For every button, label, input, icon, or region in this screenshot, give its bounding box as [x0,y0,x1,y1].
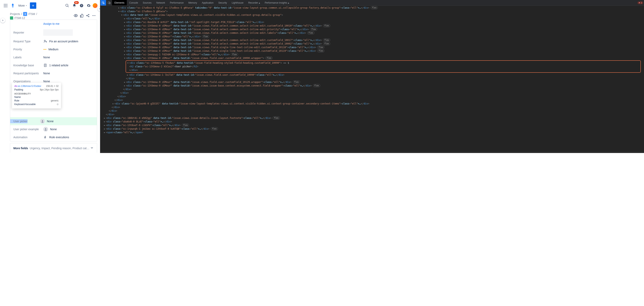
svg-point-15 [88,16,89,17]
watch-icon[interactable] [74,13,78,18]
assign-to-me-link[interactable]: Assign to me [43,22,60,25]
notifications-icon[interactable]: 9+ [71,3,78,9]
devtools-tabs: ElementsConsoleSourcesNetworkPerformance… [112,0,292,6]
svg-point-9 [66,4,68,7]
field-user-picker-example: User picker example None [10,125,97,133]
more-label: More [18,4,25,7]
more-actions-icon[interactable] [92,14,96,18]
devtools-pane: ElementsConsoleSourcesNetworkPerformance… [100,0,644,153]
issue-type-icon [10,16,13,20]
svg-point-22 [45,128,46,129]
field-priority: Priority Medium [10,45,97,53]
breadcrumb: Projects / ✦ ITSM / ITSM-12 [10,12,74,20]
devtools-tab-sources[interactable]: Sources [140,0,154,6]
device-toolbar-icon[interactable] [106,0,112,6]
svg-rect-4 [5,5,6,6]
devtools-toolbar: ElementsConsoleSourcesNetworkPerformance… [100,0,644,6]
breadcrumb-issue-key[interactable]: ITSM-12 [14,16,25,20]
empty-avatar-icon [43,127,48,132]
like-icon[interactable] [80,14,84,18]
field-labels: Labels None [10,53,97,61]
jira-logo-icon[interactable] [10,3,16,9]
issue-actions [74,13,96,18]
svg-point-19 [44,40,46,41]
more-fields-section[interactable]: More fields Urgency, Impact, Pending rea… [10,143,97,152]
field-request-type: Request Type Fix an account problem [10,37,97,45]
svg-rect-8 [6,7,7,7]
priority-medium-icon [43,49,46,50]
svg-point-13 [86,15,87,16]
svg-rect-2 [6,4,7,5]
svg-rect-5 [6,5,7,6]
not-focusable-icon: ⊘ [56,103,58,106]
settings-icon[interactable] [86,3,92,9]
svg-point-14 [88,14,89,15]
field-automation: Automation Rule executions [10,133,97,141]
svg-rect-7 [5,7,6,7]
svg-rect-1 [5,4,6,5]
lightning-icon [43,135,47,139]
search-icon[interactable] [64,3,70,9]
notif-badge: 9+ [74,1,79,4]
svg-rect-3 [4,5,4,6]
help-icon[interactable]: ? [78,3,85,9]
svg-text:?: ? [81,4,82,7]
jira-topbar: More 9+ ? [0,0,100,11]
empty-avatar-icon [40,119,45,124]
article-icon [43,63,47,67]
chevron-down-icon [90,146,94,150]
svg-point-21 [42,120,43,121]
inspect-element-icon[interactable] [100,0,106,6]
more-menu[interactable]: More [17,3,29,9]
elements-tree[interactable]: ▸<div class="sc-17udbox-6 YglyT sc-17udb… [100,6,644,152]
user-avatar[interactable] [93,3,98,8]
devtools-tab-lighthouse[interactable]: Lighthouse [229,0,246,6]
field-reporter: Reporter [10,28,97,37]
panel-resize-handle[interactable]: ⋯ [100,152,644,153]
devtools-tab-network[interactable]: Network [154,0,168,6]
app-switcher-icon[interactable] [2,3,9,9]
element-inspector-tooltip: div.sc-13tbmxw-5.fXxdwv156.81 × 32 Paddi… [12,83,61,108]
issue-header: Projects / ✦ ITSM / ITSM-12 [0,11,100,20]
breadcrumb-project[interactable]: ITSM [28,12,35,16]
svg-rect-6 [4,7,4,7]
svg-rect-0 [4,4,4,5]
svg-point-12 [75,15,76,16]
devtools-tab-memory[interactable]: Memory [186,0,200,6]
devtools-tab-recorder-[interactable]: Recorder ▴ [246,0,262,6]
devtools-tab-elements[interactable]: Elements [112,0,127,6]
create-button[interactable] [30,3,36,9]
field-request-participants: Request participants None [10,69,97,77]
devtools-tab-application[interactable]: Application [200,0,216,6]
person-key-icon [43,39,47,43]
sidebar-toggle-icon[interactable] [0,18,5,23]
field-assignee: Assign to me [10,20,97,28]
devtools-tab-performance[interactable]: Performance [168,0,186,6]
devtools-tab-console[interactable]: Console [127,0,140,6]
devtools-tab-performance-insights-[interactable]: Performance insights ▴ [262,0,292,6]
svg-point-17 [94,15,94,16]
field-knowledge-base: Knowledge base 1 related article [10,61,97,69]
reporter-field[interactable] [43,29,73,36]
devtools-tab-security[interactable]: Security [216,0,229,6]
expand-panel-icon[interactable] [98,7,100,11]
field-user-picker: User picker None [10,117,97,125]
svg-point-16 [92,15,93,16]
breadcrumb-projects[interactable]: Projects [10,12,20,16]
error-badge[interactable]: 3 [638,2,643,4]
jira-pane: More 9+ ? Projects / ✦ ITSM / ITSM-12 [0,0,100,153]
share-icon[interactable] [86,14,90,18]
svg-point-18 [95,15,95,16]
project-icon: ✦ [23,12,27,16]
